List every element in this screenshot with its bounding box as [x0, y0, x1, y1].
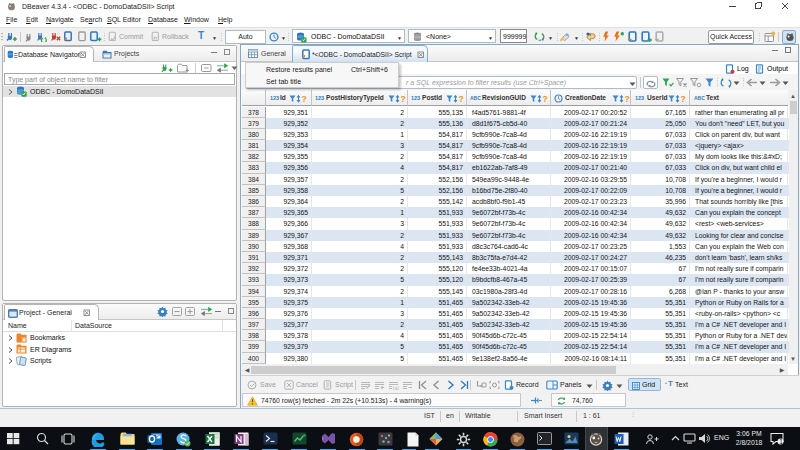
svg-text:(a): (a) — [393, 384, 400, 390]
svg-text:1: 1 — [779, 438, 783, 445]
